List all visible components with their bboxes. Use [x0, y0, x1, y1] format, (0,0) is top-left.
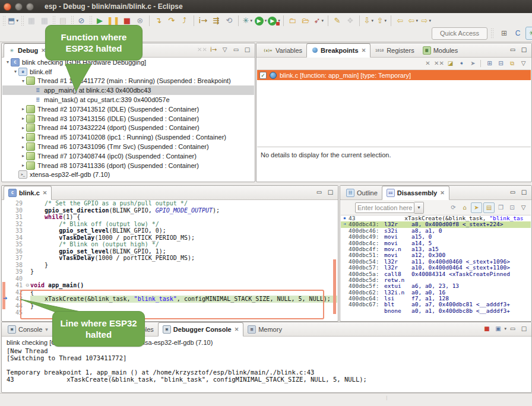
- open-perspective-icon[interactable]: ⊞: [498, 27, 510, 39]
- overview-ruler-mark[interactable]: [333, 259, 336, 314]
- use-step-filters-button[interactable]: ⇶: [210, 15, 222, 27]
- cpp-perspective-icon[interactable]: C: [512, 27, 524, 39]
- debug-config-button[interactable]: ✳▾: [242, 15, 254, 27]
- remove-selected-breakpoints-icon[interactable]: ✕: [423, 59, 433, 68]
- code-line[interactable]: 36 gpio_set_level(BLINK_GPIO, 1);: [2, 248, 337, 255]
- annotation-ruler-cell[interactable]: [2, 200, 10, 207]
- display-selected-console-dropdown-icon[interactable]: ▾: [504, 326, 506, 331]
- expander-icon[interactable]: ▾: [5, 59, 11, 65]
- expander-icon[interactable]: ▾: [12, 69, 18, 74]
- run-dropdown-icon[interactable]: ▾: [265, 18, 267, 23]
- code-line[interactable]: 37 vTaskDelay(1000 / portTICK_PERIOD_MS)…: [2, 255, 337, 262]
- window-close-button[interactable]: [4, 3, 11, 11]
- instruction-stepping-toggle-icon[interactable]: i→: [208, 45, 218, 55]
- display-selected-console-icon[interactable]: ▣: [493, 324, 503, 334]
- new-wizard-dropdown-icon[interactable]: ▾: [16, 18, 18, 23]
- run-button[interactable]: ▶▾: [255, 15, 267, 27]
- debug-tree-row[interactable]: ▾Thread #1 1073411772 (main : Running) (…: [2, 77, 254, 86]
- code-line[interactable]: 31 while(1) {: [2, 214, 337, 221]
- annotation-ruler-cell[interactable]: [2, 275, 10, 283]
- previous-annotation-dropdown-icon[interactable]: ▾: [385, 18, 387, 23]
- new-wizard-button[interactable]: ⬒▾: [7, 15, 19, 27]
- debug-tree-row[interactable]: ≡app_main() at blink.c:43 0x400dbc43: [2, 85, 254, 95]
- minimize-icon[interactable]: ▭: [231, 45, 241, 55]
- close-icon[interactable]: ✕: [43, 190, 48, 196]
- tab-disassembly[interactable]: ≡≡ Disassembly ✕: [382, 186, 449, 200]
- code-line[interactable]: 30 gpio_set_direction(BLINK_GPIO, GPIO_M…: [2, 207, 337, 214]
- annotation-ruler-cell[interactable]: [2, 207, 10, 214]
- go-to-file-for-breakpoint-icon[interactable]: ➧: [457, 59, 467, 68]
- launch-dropdown-icon[interactable]: ▾: [322, 18, 324, 23]
- code-line[interactable]: 32 /* Blink off (output low) */: [2, 221, 337, 228]
- disassembly-view-menu-icon[interactable]: ▽: [518, 203, 528, 212]
- debug-tree-row[interactable]: ▸Thread #5 1073410208 (ipc1 : Running) (…: [2, 132, 254, 142]
- format-brush-button[interactable]: ✎: [331, 15, 343, 27]
- minimize-icon[interactable]: ▭: [314, 188, 324, 197]
- code-line[interactable]: 35 /* Blink on (output high) */: [2, 241, 337, 248]
- location-combo[interactable]: Enter location here: [355, 202, 414, 213]
- remove-all-terminated-icon[interactable]: ✕✕: [197, 45, 207, 55]
- track-current-pc-icon[interactable]: ➤: [471, 202, 482, 213]
- code-line[interactable]: 29 /* Set the GPIO as a push/pull output…: [2, 200, 337, 207]
- tab-blink-c[interactable]: c blink.c ✕: [4, 186, 52, 200]
- close-icon[interactable]: ✕: [235, 326, 239, 332]
- terminate-console-icon[interactable]: ■: [482, 324, 492, 334]
- annotation-ruler-cell[interactable]: [2, 234, 10, 242]
- debug-tree-row[interactable]: ▸Thread #2 1073413512 (IDLE) (Suspended …: [2, 104, 254, 114]
- code-line[interactable]: 33 gpio_set_level(BLINK_GPIO, 0);: [2, 227, 337, 234]
- disassembly-row[interactable]: 400dbc57:l32ra10, 0x400d0464 <_stext+110…: [341, 265, 531, 271]
- drop-to-frame-button[interactable]: ⟲: [223, 15, 235, 27]
- back-dropdown-icon[interactable]: ▾: [416, 18, 419, 23]
- sash-handle[interactable]: ⁞: [386, 395, 388, 401]
- tab-outline[interactable]: ☷ Outline: [342, 186, 382, 199]
- code-line[interactable]: 40: [2, 275, 337, 283]
- annotation-ruler-cell[interactable]: [2, 221, 10, 228]
- breakpoint-enabled-checkbox[interactable]: ✓: [259, 72, 267, 79]
- debug-tree-row[interactable]: >_xtensa-esp32-elf-gdb (7.10): [2, 170, 254, 180]
- new-cpp-project-button[interactable]: 🗀: [287, 15, 299, 27]
- remove-all-breakpoints-icon[interactable]: ✕✕: [434, 59, 444, 68]
- console-minimize-icon[interactable]: ▭: [508, 324, 518, 334]
- annotation-ruler-cell[interactable]: [2, 214, 10, 221]
- collapse-all-icon[interactable]: ⊟: [496, 59, 506, 68]
- next-annotation-dropdown-icon[interactable]: ▾: [372, 18, 374, 23]
- debug-config-dropdown-icon[interactable]: ▾: [250, 18, 252, 23]
- tab-modules[interactable]: ▦ Modules: [419, 44, 463, 57]
- home-pc-icon[interactable]: ⌂: [460, 203, 470, 212]
- tab-variables[interactable]: (x)= Variables: [258, 44, 306, 57]
- debug-tree-row[interactable]: ≡main_task() at cpu_start.c:339 0x400d05…: [2, 95, 254, 104]
- open-new-view-icon[interactable]: ❐: [496, 203, 506, 212]
- close-icon[interactable]: ✕: [362, 47, 366, 53]
- annotation-ruler-cell[interactable]: [2, 303, 10, 310]
- expand-all-icon[interactable]: ⊞: [484, 59, 495, 68]
- expander-icon[interactable]: ▸: [20, 106, 26, 112]
- link-with-debug-view-icon[interactable]: ⧉: [507, 59, 517, 68]
- expander-icon[interactable]: ▸: [20, 135, 26, 140]
- annotation-ruler-cell[interactable]: [2, 255, 10, 262]
- tab-registers[interactable]: 1010 Registers: [370, 44, 418, 57]
- debug-tree-row[interactable]: ▸Thread #4 1073432224 (dport) (Suspended…: [2, 123, 254, 133]
- location-combo-dropdown-icon[interactable]: ▼: [414, 202, 424, 214]
- tab-debug[interactable]: ✳ Debug ✕: [4, 43, 50, 58]
- maximize-icon[interactable]: □: [519, 188, 529, 197]
- maximize-icon[interactable]: □: [519, 45, 529, 55]
- disassembly-row[interactable]: bnonea0, a1, 0x400dbc8b <__adddf3+: [341, 308, 531, 314]
- expander-icon[interactable]: ▸: [20, 144, 26, 150]
- annotation-ruler-cell[interactable]: [2, 241, 10, 248]
- breakpoints-view-menu-icon[interactable]: ▽: [518, 59, 528, 68]
- forward-button[interactable]: ⇨▾: [420, 15, 432, 27]
- code-line[interactable]: 41⊖void app_main(): [2, 282, 337, 289]
- external-tools-button[interactable]: ▶▾: [268, 15, 280, 27]
- debug-tree-row[interactable]: ▸Thread #8 1073411336 (dport) (Suspended…: [2, 161, 254, 170]
- minimize-icon[interactable]: ▭: [508, 45, 518, 55]
- forward-dropdown-icon[interactable]: ▾: [429, 18, 432, 23]
- code-line[interactable]: 38 }: [2, 262, 337, 269]
- next-annotation-button[interactable]: ⇩▾: [363, 15, 375, 27]
- console-maximize-icon[interactable]: □: [519, 324, 529, 334]
- tab-breakpoints[interactable]: Breakpoints ✕: [306, 43, 370, 58]
- pin-view-icon[interactable]: ⊡: [507, 203, 517, 212]
- breakpoint-row[interactable]: ✓ blink.c [function: app_main] [type: Te…: [257, 70, 531, 80]
- close-icon[interactable]: ✕: [440, 190, 445, 196]
- annotation-ruler-cell[interactable]: [2, 268, 10, 275]
- last-edit-location-button[interactable]: ⇦: [394, 15, 406, 27]
